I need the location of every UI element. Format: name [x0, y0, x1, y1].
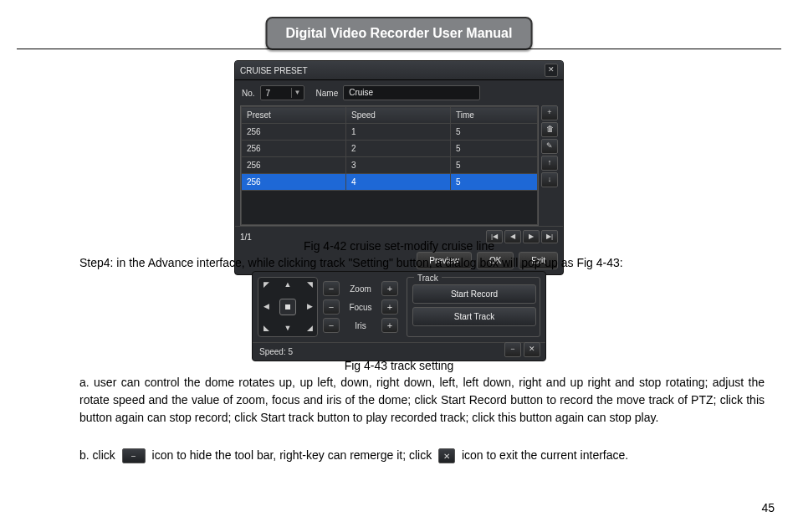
step4-text: Step4: in the Advance interface, while c…	[79, 254, 765, 272]
name-label: Name	[316, 87, 339, 100]
no-combo[interactable]: 7 ▼	[260, 85, 304, 100]
iris-label: Iris	[345, 320, 376, 332]
focus-label: Focus	[345, 301, 376, 314]
ptz-dpad: ▲ ◥ ▶ ◢ ▼ ◣ ◀ ◤	[258, 277, 318, 337]
close-icon[interactable]: ✕	[545, 64, 558, 77]
zoom-out-button[interactable]: −	[323, 281, 340, 296]
speed-value: 5	[288, 347, 293, 356]
dpad-down-icon[interactable]: ▼	[282, 323, 294, 335]
trash-icon: 🗑	[546, 124, 554, 136]
zoom-label: Zoom	[345, 283, 376, 295]
start-track-button[interactable]: Start Track	[412, 307, 536, 326]
page-title-banner: Digital Video Recorder User Manual	[266, 17, 533, 50]
pencil-icon: ✎	[546, 141, 553, 152]
pager-next-icon[interactable]: ▶	[523, 230, 540, 243]
no-value: 7	[261, 87, 291, 100]
minimize-icon[interactable]: −	[504, 342, 521, 357]
close-icon[interactable]: ✕	[524, 342, 540, 357]
page-indicator: 1/1	[240, 231, 252, 243]
dpad-up-right-icon[interactable]: ◥	[304, 279, 315, 291]
dpad-stop-icon[interactable]	[279, 299, 296, 315]
preset-grid: Preset Speed Time 25615 25625 25635 2564…	[240, 105, 539, 226]
chevron-down-icon: ▼	[291, 88, 304, 98]
track-setting-dialog: ▲ ◥ ▶ ◢ ▼ ◣ ◀ ◤ − Zoom + − Focus +	[252, 271, 546, 361]
dpad-left-icon[interactable]: ◀	[260, 301, 272, 313]
figure-caption-1: Fig 4-42 cruise set-modify cruise line	[304, 238, 494, 255]
minimize-icon: −	[122, 448, 146, 463]
col-preset[interactable]: Preset	[242, 107, 346, 124]
delete-button[interactable]: 🗑	[541, 122, 558, 137]
start-record-button[interactable]: Start Record	[412, 284, 536, 304]
dpad-right-icon[interactable]: ▶	[304, 301, 315, 313]
col-speed[interactable]: Speed	[345, 107, 450, 124]
table-row[interactable]: 25625	[242, 141, 538, 157]
track-group: Track Start Record Start Track	[407, 277, 540, 337]
add-button[interactable]: +	[541, 105, 558, 120]
paragraph-b: b. click − icon to hide the tool bar, ri…	[79, 447, 765, 464]
focus-near-button[interactable]: −	[323, 299, 340, 315]
iris-open-button[interactable]: +	[381, 318, 398, 333]
dpad-down-left-icon[interactable]: ◣	[260, 323, 272, 335]
iris-close-button[interactable]: −	[323, 318, 340, 333]
speed-label: Speed:	[259, 347, 286, 356]
lens-controls: − Zoom + − Focus + − Iris +	[323, 277, 398, 337]
dpad-up-icon[interactable]: ▲	[282, 279, 294, 291]
name-input[interactable]: Cruise	[343, 85, 480, 100]
page-number: 45	[761, 499, 775, 517]
dialog-title: CRUISE PRESET	[240, 64, 308, 77]
pager-last-icon[interactable]: ▶|	[541, 230, 558, 243]
dpad-down-right-icon[interactable]: ◢	[304, 323, 315, 335]
pager-prev-icon[interactable]: ◀	[504, 230, 521, 243]
dpad-up-left-icon[interactable]: ◤	[260, 279, 272, 291]
track-legend: Track	[414, 272, 442, 284]
table-row[interactable]: 25645	[242, 174, 538, 191]
table-row	[242, 191, 538, 225]
col-time[interactable]: Time	[451, 107, 538, 124]
figure-caption-2: Fig 4-43 track setting	[345, 357, 454, 375]
no-label: No.	[242, 87, 255, 100]
move-up-button[interactable]: ↑	[541, 156, 558, 171]
dialog-titlebar: CRUISE PRESET ✕	[235, 61, 563, 80]
zoom-in-button[interactable]: +	[381, 281, 398, 296]
move-down-button[interactable]: ↓	[541, 172, 558, 187]
edit-button[interactable]: ✎	[541, 139, 558, 154]
focus-far-button[interactable]: +	[381, 299, 398, 315]
paragraph-a: a. user can control the dome rotates up,…	[79, 374, 765, 427]
table-row[interactable]: 25615	[242, 124, 538, 141]
horizontal-rule	[17, 49, 781, 49]
table-row[interactable]: 25635	[242, 157, 538, 174]
close-icon: ✕	[438, 448, 455, 463]
